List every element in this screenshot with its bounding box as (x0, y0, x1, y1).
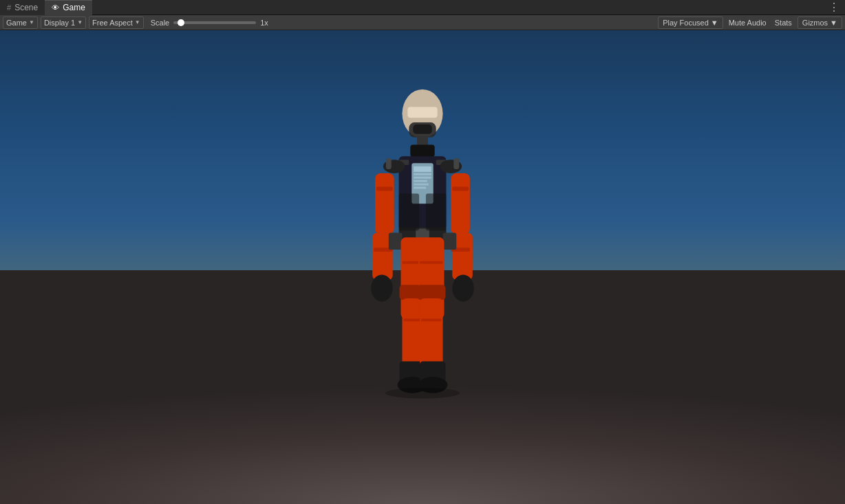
svg-rect-8 (414, 177, 431, 179)
svg-rect-11 (414, 187, 426, 189)
scale-value: 1x (260, 19, 268, 27)
tab-scene[interactable]: # Scene (0, 0, 45, 15)
tab-game[interactable]: 👁 Game (45, 0, 92, 15)
svg-point-20 (371, 274, 392, 301)
game-viewport (0, 30, 845, 504)
display-dropdown-label: Display 1 (44, 19, 75, 27)
svg-rect-47 (426, 193, 447, 230)
svg-rect-41 (420, 298, 442, 366)
scale-thumb (178, 19, 184, 26)
mute-audio-button[interactable]: Mute Audio (726, 19, 769, 27)
svg-rect-40 (417, 285, 445, 300)
svg-rect-23 (451, 173, 470, 234)
display-dropdown[interactable]: Display 1 ▼ (41, 17, 86, 29)
scale-slider[interactable] (173, 21, 256, 24)
play-focused-arrow: ▼ (711, 19, 718, 27)
svg-rect-10 (414, 184, 429, 186)
svg-rect-18 (375, 173, 394, 234)
svg-rect-31 (443, 232, 457, 250)
display-dropdown-arrow: ▼ (77, 19, 83, 25)
aspect-dropdown-label: Free Aspect (92, 19, 133, 27)
aspect-dropdown[interactable]: Free Aspect ▼ (89, 17, 144, 29)
hash-icon: # (7, 3, 11, 12)
scene-tab-label: Scene (14, 3, 38, 12)
svg-rect-48 (413, 124, 432, 134)
svg-rect-21 (376, 187, 393, 191)
toolbar: Game ▼ Display 1 ▼ Free Aspect ▼ Scale 1… (0, 15, 845, 30)
game-dropdown-arrow: ▼ (29, 19, 34, 25)
svg-rect-30 (389, 232, 403, 250)
svg-rect-17 (453, 158, 459, 169)
game-dropdown[interactable]: Game ▼ (3, 17, 38, 29)
svg-rect-3 (410, 145, 434, 157)
scale-control: Scale 1x (151, 19, 268, 27)
play-focused-label: Play Focused (663, 19, 709, 27)
stats-button[interactable]: Stats (772, 19, 795, 27)
gizmos-button[interactable]: Gizmos ▼ (798, 17, 842, 29)
svg-rect-44 (420, 261, 442, 264)
game-dropdown-label: Game (6, 19, 27, 27)
svg-rect-16 (386, 158, 392, 169)
gizmos-arrow: ▼ (830, 19, 837, 27)
svg-rect-2 (417, 136, 428, 146)
game-tab-label: Game (63, 3, 85, 12)
svg-rect-49 (407, 107, 437, 118)
character-model (333, 85, 512, 504)
svg-rect-6 (414, 166, 431, 172)
svg-rect-45 (421, 318, 442, 321)
scale-label: Scale (151, 19, 170, 27)
play-focused-button[interactable]: Play Focused ▼ (658, 17, 723, 29)
svg-point-50 (385, 388, 460, 399)
more-options-button[interactable]: ⋮ (823, 0, 845, 15)
svg-point-25 (452, 274, 473, 301)
svg-rect-46 (399, 193, 420, 230)
tab-bar: # Scene 👁 Game ⋮ (0, 0, 845, 15)
svg-rect-9 (414, 180, 427, 182)
eye-icon: 👁 (52, 3, 59, 12)
svg-rect-7 (414, 173, 431, 175)
gizmos-label: Gizmos (802, 19, 828, 27)
svg-rect-26 (452, 187, 469, 191)
aspect-dropdown-arrow: ▼ (135, 19, 140, 25)
